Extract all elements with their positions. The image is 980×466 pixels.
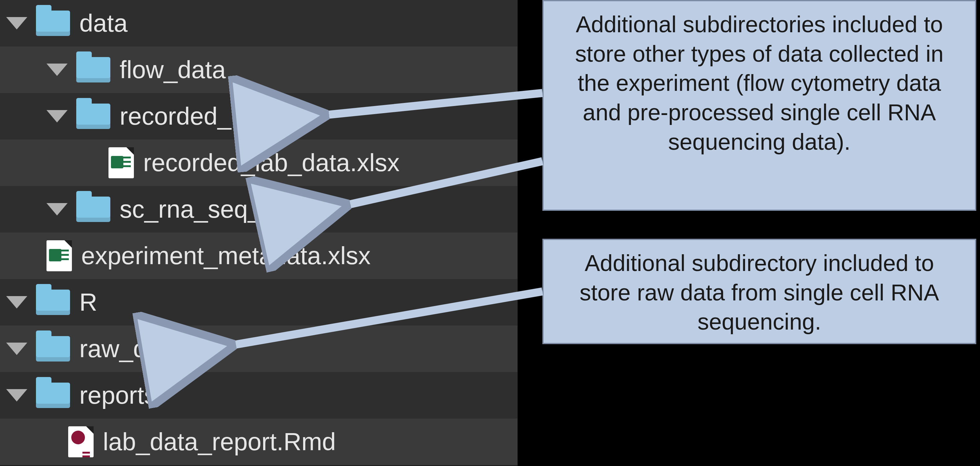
- file-label: experiment_metadata.xlsx: [81, 241, 371, 270]
- callout-subdirectories: Additional subdirectories included to st…: [542, 0, 976, 211]
- folder-label: raw_data: [80, 335, 181, 363]
- chevron-down-icon[interactable]: [6, 389, 27, 402]
- folder-icon: [76, 57, 110, 83]
- callout-text: Additional subdirectory included to stor…: [579, 250, 939, 335]
- xlsx-file-icon: [108, 147, 134, 178]
- folder-label: flow_data: [119, 56, 226, 84]
- tree-row-data[interactable]: data: [0, 0, 518, 46]
- folder-label: R: [80, 288, 97, 316]
- callout-text: Additional subdirectories included to st…: [575, 11, 944, 155]
- tree-row-flow-data[interactable]: flow_data: [0, 46, 518, 93]
- tree-row-experiment-metadata-xlsx[interactable]: experiment_metadata.xlsx: [0, 233, 518, 279]
- tree-row-recorded-lab-xlsx[interactable]: recorded_lab_data.xlsx: [0, 139, 518, 186]
- file-label: recorded_lab_data.xlsx: [143, 148, 399, 177]
- file-label: lab_data_report.Rmd: [103, 428, 336, 456]
- tree-row-raw-data[interactable]: raw_data: [0, 326, 518, 372]
- folder-label: data: [80, 9, 128, 38]
- chevron-down-icon[interactable]: [6, 296, 27, 308]
- rmd-file-icon: [68, 426, 94, 457]
- folder-icon: [36, 290, 70, 315]
- folder-icon: [76, 104, 110, 129]
- tree-row-reports[interactable]: reports: [0, 372, 518, 418]
- folder-icon: [36, 383, 70, 408]
- chevron-down-icon[interactable]: [46, 64, 68, 76]
- tree-row-r[interactable]: R: [0, 279, 518, 326]
- callout-raw-data: Additional subdirectory included to stor…: [542, 239, 976, 344]
- chevron-down-icon[interactable]: [6, 17, 27, 29]
- xlsx-file-icon: [46, 240, 72, 271]
- tree-row-recorded-data[interactable]: recorded_data: [0, 93, 518, 139]
- tree-row-sc-rna-seq-data[interactable]: sc_rna_seq_data: [0, 186, 518, 233]
- folder-label: reports: [80, 381, 156, 410]
- folder-icon: [36, 336, 70, 362]
- chevron-down-icon[interactable]: [46, 110, 68, 123]
- tree-row-lab-data-report-rmd[interactable]: lab_data_report.Rmd: [0, 418, 518, 465]
- folder-label: sc_rna_seq_data: [119, 195, 310, 223]
- folder-icon: [36, 11, 70, 36]
- folder-label: recorded_data: [119, 102, 280, 131]
- chevron-down-icon[interactable]: [46, 203, 68, 215]
- diagram-stage: data flow_data recorded_data recorded_la…: [0, 0, 980, 466]
- file-tree-panel: data flow_data recorded_data recorded_la…: [0, 0, 518, 466]
- chevron-down-icon[interactable]: [6, 343, 27, 355]
- folder-icon: [76, 196, 110, 222]
